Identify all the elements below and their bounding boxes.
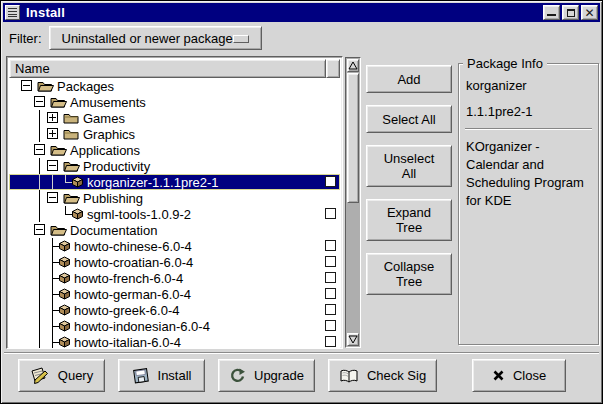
expand-toggle-icon[interactable] [47, 128, 58, 139]
tree-row-label: Applications [70, 143, 140, 158]
filter-label: Filter: [9, 31, 42, 46]
collapse-toggle-icon[interactable] [47, 192, 58, 203]
filter-dropdown-value: Uninstalled or newer packages [62, 31, 240, 46]
scrollbar-down-button[interactable] [347, 333, 359, 346]
tree-row[interactable]: howto-croatian-6.0-4 [9, 254, 340, 270]
package-checkbox[interactable] [325, 288, 336, 299]
folder-open-icon [63, 160, 80, 172]
tree-guide-line [39, 238, 40, 254]
tree-row[interactable]: howto-german-6.0-4 [9, 286, 340, 302]
minimize-button[interactable] [543, 5, 560, 20]
tree-row[interactable]: Amusements [9, 94, 340, 110]
tree-guide-line [39, 254, 40, 270]
select-all-button[interactable]: Select All [366, 105, 452, 133]
tree-header-name[interactable]: Name [9, 59, 326, 78]
filter-dropdown[interactable]: Uninstalled or newer packages [49, 26, 262, 50]
button-label: Add [378, 72, 440, 87]
tree-row[interactable]: howto-greek-6.0-4 [9, 302, 340, 318]
tree-row[interactable]: howto-italian-6.0-4 [9, 334, 340, 348]
tree-scrollbar[interactable] [345, 57, 361, 348]
tree-row-label: howto-greek-6.0-4 [74, 303, 180, 318]
collapse-toggle-icon[interactable] [34, 144, 45, 155]
package-checkbox[interactable] [325, 272, 336, 283]
package-tree: Name PackagesAmusementsGamesGraphicsAppl… [6, 56, 343, 349]
tree-row-label: howto-indonesian-6.0-4 [74, 319, 210, 334]
tree-row[interactable]: howto-chinese-6.0-4 [9, 238, 340, 254]
tree-row[interactable]: sgml-tools-1.0.9-2 [9, 206, 340, 222]
tree-row-label: Graphics [83, 127, 135, 142]
package-checkbox[interactable] [325, 320, 336, 331]
package-checkbox[interactable] [325, 336, 336, 347]
tree-row-label: howto-french-6.0-4 [74, 271, 183, 286]
package-checkbox[interactable] [325, 176, 336, 187]
package-checkbox[interactable] [325, 208, 336, 219]
maximize-button[interactable] [562, 5, 579, 20]
tree-row[interactable]: Publishing [9, 190, 340, 206]
button-label: Collapse Tree [378, 259, 440, 289]
tree-row-label: Publishing [83, 191, 143, 206]
package-description: KOrganizer - Calendar and Scheduling Pro… [466, 138, 591, 210]
titlebar[interactable]: Install ✕ [3, 3, 600, 22]
check-sig-button[interactable]: Check Sig [328, 359, 437, 392]
scrollbar-thumb[interactable] [347, 73, 359, 203]
close-icon: ✕ [582, 6, 597, 19]
maximize-icon [567, 9, 575, 17]
folder-open-icon [50, 144, 67, 156]
tree-row[interactable]: Documentation [9, 222, 340, 238]
tree-row-label: howto-chinese-6.0-4 [74, 239, 192, 254]
close-window-button[interactable]: ✕ [581, 5, 598, 20]
tree-guide-line [39, 190, 40, 206]
collapse-toggle-icon[interactable] [21, 80, 32, 91]
package-info-frame: Package Info korganizer 1.1.1pre2-1 KOrg… [458, 63, 599, 345]
close-button[interactable]: Close [472, 359, 566, 392]
tree-row[interactable]: Packages [9, 78, 340, 94]
tree-row[interactable]: korganizer-1.1.1pre2-1 [9, 174, 340, 190]
scrollbar-up-button[interactable] [347, 59, 359, 72]
upgrade-button[interactable]: Upgrade [218, 359, 315, 392]
expand-toggle-icon[interactable] [47, 112, 58, 123]
folder-open-icon [37, 80, 54, 92]
button-label: Install [158, 368, 192, 383]
tree-row-label: howto-croatian-6.0-4 [74, 255, 193, 270]
package-checkbox[interactable] [325, 304, 336, 315]
collapse-toggle-icon[interactable] [34, 96, 45, 107]
tree-row[interactable]: Productivity [9, 158, 340, 174]
tree-guide-line [39, 126, 40, 142]
tree-row-label: Amusements [70, 95, 146, 110]
window-menu-icon[interactable] [5, 5, 20, 20]
tree-row[interactable]: howto-french-6.0-4 [9, 270, 340, 286]
tree-row[interactable]: Games [9, 110, 340, 126]
footer-toolbar: QueryInstallUpgradeCheck SigClose [18, 359, 566, 392]
tree-row-label: howto-german-6.0-4 [74, 287, 191, 302]
button-label: Upgrade [254, 368, 304, 383]
collapse-toggle-icon[interactable] [34, 224, 45, 235]
tree-row[interactable]: howto-indonesian-6.0-4 [9, 318, 340, 334]
unselect-all-button[interactable]: Unselect All [366, 145, 452, 187]
tree-header-checkbox-column[interactable] [326, 59, 340, 78]
package-checkbox[interactable] [325, 240, 336, 251]
triangle-down-icon [348, 335, 358, 344]
minimize-icon [547, 14, 556, 16]
button-label: Query [58, 368, 93, 383]
package-icon [58, 304, 71, 316]
query-button[interactable]: Query [18, 359, 105, 392]
package-checkbox[interactable] [325, 256, 336, 267]
button-label: Close [513, 368, 546, 383]
add-button[interactable]: Add [366, 65, 452, 93]
expand-tree-button[interactable]: Expand Tree [366, 199, 452, 241]
collapse-tree-button[interactable]: Collapse Tree [366, 253, 452, 295]
package-icon [71, 176, 84, 188]
package-info-separator [465, 128, 592, 130]
floppy-disk-icon [132, 367, 150, 384]
package-icon [71, 208, 84, 220]
tree-row[interactable]: Applications [9, 142, 340, 158]
tree-row[interactable]: Graphics [9, 126, 340, 142]
recycle-arrows-icon [229, 368, 246, 384]
install-button[interactable]: Install [118, 359, 205, 392]
package-icon [58, 288, 71, 300]
tree-guide-line [39, 270, 40, 286]
triangle-up-icon [348, 61, 358, 70]
tree-row-label: Productivity [83, 159, 150, 174]
tree-row-label: Packages [57, 79, 114, 94]
collapse-toggle-icon[interactable] [47, 160, 58, 171]
